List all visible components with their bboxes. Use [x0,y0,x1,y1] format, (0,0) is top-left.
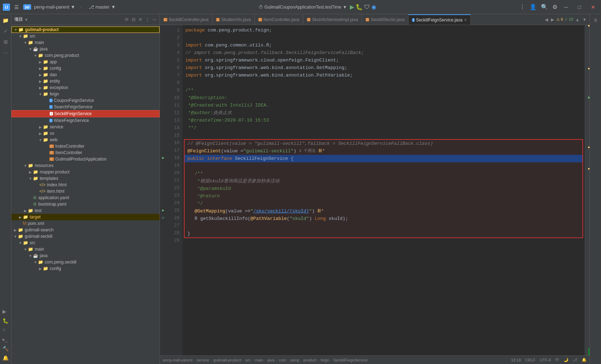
error-nav-up[interactable]: ▲ [575,16,580,23]
project-name[interactable]: peng-mall-parent ▼ [34,4,75,10]
tree-item-bootstrap-yaml[interactable]: ⚙ bootstrap.yaml [11,201,160,207]
tab-nav-left[interactable]: ◀ [544,16,549,23]
sidebar-icon-build[interactable]: 🔨 [1,344,10,353]
gutter-warning-3 [588,147,590,148]
tree-item-item-html[interactable]: </> item.html [11,188,160,195]
tree-item-application-yaml[interactable]: ⚙ application.yaml [11,195,160,201]
breadcrumb-com[interactable]: com [279,358,286,362]
tree-item-index-html[interactable]: </> index.html [11,182,160,188]
run-gutter-18[interactable]: ▶ [160,154,166,162]
sidebar-icon-terminal[interactable]: ▸_ [1,335,10,344]
menu-icon[interactable]: ☰ [13,3,20,11]
error-nav-down[interactable]: ▼ [582,16,587,23]
sidebar-icon-git[interactable]: ⑂ [1,325,10,335]
tree-item-target[interactable]: ▶ 📁 target [11,214,160,220]
breadcrumb-java[interactable]: java [268,358,275,362]
close-button[interactable]: ✕ [588,3,598,11]
tree-item-mapper-product[interactable]: ▶ 📁 mapper.product [11,169,160,175]
breadcrumb-root[interactable]: peng-mall-parent [163,358,192,362]
minimize-panel-icon[interactable]: ─ [152,16,157,23]
tree-item-seckill-main[interactable]: ▼ 📁 main [11,246,160,252]
folder-icon-src: 📁 [23,34,28,39]
sidebar-icon-project[interactable]: 📁 [1,16,10,25]
tree-item-gulimall-seckill[interactable]: ▼ 📁 gulimall-seckill [11,233,160,240]
folder-icon-config: 📁 [43,66,48,71]
tree-item-com-peng-seckill[interactable]: ▼ 📁 com.peng.seckill [11,259,160,265]
run-target[interactable]: ⏱ GulimallCouponApplicationTest.testTime… [259,5,347,10]
tree-item-search-feign[interactable]: I SearchFeignService [11,104,160,110]
breadcrumb-src[interactable]: src [245,358,251,362]
tree-item-service[interactable]: ▶ 📁 service [11,124,160,130]
tree-item-dao[interactable]: ▶ 📁 dao [11,72,160,78]
tree-item-item-controller[interactable]: C ItemController [11,149,160,156]
tab-skultem-vo[interactable]: C SkultemVo.java [212,14,255,25]
tab-seckill-sku-vo[interactable]: C SeckillSkuVo.java [362,14,409,25]
search-icon[interactable]: 🔍 [541,4,548,10]
tab-item-controller[interactable]: C ItemController.java [255,14,303,25]
tree-item-gulimall-search[interactable]: ▶ 📁 gulimall-search [11,227,160,233]
code-line-21: * 根据skuId查询商品是否参加秒杀活动 [185,177,582,185]
profile-button[interactable]: ◉ [371,4,376,10]
code-content[interactable]: package com.peng.product.feign; import c… [182,25,585,355]
tree-item-entity[interactable]: ▶ 📁 entity [11,78,160,84]
profile-icon[interactable]: 👤 [529,4,537,10]
tree-item-vo[interactable]: ▶ 📁 vo [11,130,160,137]
tree-item-resources[interactable]: ▼ 📁 resources [11,162,160,169]
coverage-button[interactable]: 🛡 [364,4,370,10]
run-gutter-26[interactable]: ⊙ [160,214,166,222]
breadcrumb-peng[interactable]: peng [290,358,299,362]
tree-item-seckill-java[interactable]: ▼ ☕ java [11,252,160,259]
tree-item-seckill-config[interactable]: ▶ 📁 config [11,265,160,272]
debug-button[interactable]: 🐛 [356,4,363,10]
sync-icon[interactable]: ⟳ [124,16,130,23]
minimize-button[interactable]: ─ [562,3,571,11]
tab-seckill-feign-service[interactable]: I SeckillFeignService.java ✕ [409,14,471,25]
settings-panel-icon[interactable]: ⋮ [145,16,151,23]
sidebar-icon-structure[interactable]: ⊞ [2,37,10,46]
maximize-button[interactable]: □ [575,3,584,11]
tree-item-exception[interactable]: ▶ 📁 exception [11,84,160,91]
tree-item-app[interactable]: ▶ 📁 app [11,59,160,65]
tree-item-seckill-src[interactable]: ▼ 📁 src [11,240,160,246]
run-gutter-25[interactable]: ▶ [160,207,166,214]
tree-item-src[interactable]: ▼ 📁 src [11,33,160,39]
breadcrumb-gulimall-product[interactable]: gulimall-product [213,358,241,362]
tree-item-config[interactable]: ▶ 📁 config [11,65,160,72]
breadcrumb-product[interactable]: product [303,358,317,362]
tree-item-feign[interactable]: ▼ 📁 feign [11,91,160,97]
tree-item-index-controller[interactable]: C IndexController [11,143,160,149]
tree-item-main[interactable]: ▼ 📁 main [11,39,160,46]
collapse-icon[interactable]: ⊟ [131,16,136,23]
sidebar-icon-more[interactable]: ··· [2,48,10,57]
tree-item-pom[interactable]: M pom.xml [11,220,160,227]
tree-item-java[interactable]: ▼ ☕ java [11,46,160,52]
tree-item-test[interactable]: ▶ 📁 test [11,207,160,214]
tab-sku-info-service-impl[interactable]: C SkuInfoServiceImpl.java [303,14,362,25]
tree-item-web[interactable]: ▼ 📁 web [11,137,160,143]
tree-item-seckill-feign[interactable]: I SeckillFeignService [11,110,160,117]
breadcrumb-main[interactable]: main [255,358,263,362]
branch-name[interactable]: ⎇ master ▼ [89,4,116,10]
tree-item-coupon-feign[interactable]: I CouponFeignService [11,97,160,104]
app-icon: IJ [3,4,10,11]
sidebar-icon-commit[interactable]: ✓ [2,26,10,36]
tree-item-gulimall-product[interactable]: ▼ 📁 gulimall-product [11,26,160,33]
tab-close-icon[interactable]: ✕ [464,18,467,22]
settings-icon[interactable]: ⚙ [552,4,557,10]
vcs-icon[interactable]: ⋮ [519,4,525,10]
tree-item-templates[interactable]: ▼ 📁 templates [11,175,160,182]
tree-item-ware-feign[interactable]: I WareFeignService [11,117,160,124]
tree-item-gulimall-product-app[interactable]: C GulimallProductApplication [11,156,160,162]
run-button[interactable]: ▶ [350,4,354,10]
tab-nav-right[interactable]: ▶ [550,16,555,23]
tab-seckill-controller[interactable]: C SeckillController.java [160,14,212,25]
tree-item-com-peng-product[interactable]: ▼ 📁 com.peng.product [11,52,160,59]
sidebar-icon-notifications[interactable]: 🔔 [1,353,10,363]
breadcrumb-seckill-feign[interactable]: SeckillFeignService [333,358,368,362]
sidebar-icon-run[interactable]: ▶ [1,307,10,316]
close-panel-icon[interactable]: ✕ [138,16,143,23]
breadcrumb-feign[interactable]: feign [321,358,329,362]
sidebar-icon-debug[interactable]: 🐛 [1,316,10,325]
right-icon-m[interactable]: M [593,16,598,25]
breadcrumb-service[interactable]: service [197,358,209,362]
